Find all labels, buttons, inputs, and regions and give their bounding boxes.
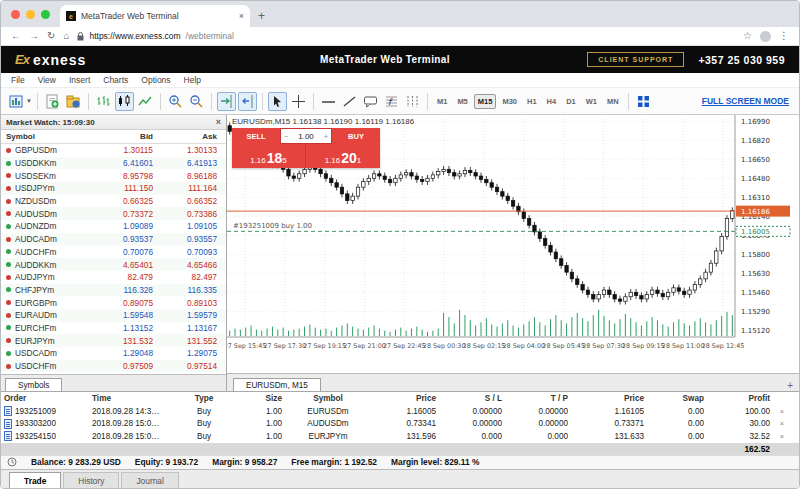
timeframe-h1[interactable]: H1 xyxy=(523,94,541,109)
new-tab-button[interactable]: + xyxy=(258,9,265,23)
market-watch-row-eurgbpm[interactable]: EURGBPm0.890750.89103 xyxy=(1,296,226,309)
minimize-window-icon[interactable] xyxy=(26,10,35,19)
market-watch-row-usdcadm[interactable]: USDCADm1.290481.29075 xyxy=(1,347,226,360)
tab-history[interactable]: History xyxy=(63,472,119,488)
volume-stepper[interactable]: − 1.00 + xyxy=(280,128,332,144)
market-watch-row-audnzdm[interactable]: AUDNZDm1.090891.09105 xyxy=(1,220,226,233)
menu-item-charts[interactable]: Charts xyxy=(103,75,128,85)
timeframe-m1[interactable]: M1 xyxy=(433,94,451,109)
cursor-icon[interactable] xyxy=(268,92,287,111)
market-watch-row-usdchfm[interactable]: USDCHFm0.975090.97514 xyxy=(1,360,226,373)
exness-logo[interactable]: Ex exness xyxy=(15,52,245,68)
timeframe-mn[interactable]: MN xyxy=(603,94,623,109)
bookmark-icon[interactable]: ☆ xyxy=(743,31,752,41)
chart-shift-icon[interactable] xyxy=(238,92,257,111)
tab-journal[interactable]: Journal xyxy=(121,472,178,488)
market-watch-row-gbpusdm[interactable]: GBPUSDm1.301151.30133 xyxy=(1,144,226,157)
tab-trade[interactable]: Trade xyxy=(9,472,61,488)
market-watch-row-eurchfm[interactable]: EURCHFm1.131521.13167 xyxy=(1,322,226,335)
orders-column-size[interactable]: Size xyxy=(233,394,285,403)
close-tab-icon[interactable]: × xyxy=(239,11,244,21)
timeframe-m15[interactable]: M15 xyxy=(474,94,497,109)
menu-item-insert[interactable]: Insert xyxy=(69,75,90,85)
market-watch-row-auddkkm[interactable]: AUDDKKm4.654014.65466 xyxy=(1,258,226,271)
bar-chart-mode-icon[interactable] xyxy=(94,92,113,111)
market-watch-row-audusdm[interactable]: AUDUSDm0.733720.73386 xyxy=(1,207,226,220)
trendline-icon[interactable] xyxy=(340,92,359,111)
market-watch-row-euraudm[interactable]: EURAUDm1.595481.59579 xyxy=(1,309,226,322)
orders-column-order[interactable]: Order xyxy=(1,394,89,403)
market-watch-row-audchfm[interactable]: AUDCHFm0.700760.70093 xyxy=(1,246,226,259)
close-position-icon[interactable]: × xyxy=(773,432,791,441)
menu-item-options[interactable]: Options xyxy=(141,75,170,85)
column-bid[interactable]: Bid xyxy=(97,132,161,141)
orders-column-time[interactable]: Time xyxy=(89,394,175,403)
timeframe-d1[interactable]: D1 xyxy=(562,94,580,109)
market-watch-close-icon[interactable]: × xyxy=(216,117,221,127)
tile-windows-icon[interactable] xyxy=(634,92,653,111)
home-icon[interactable]: ⌂ xyxy=(63,31,69,41)
maximize-window-icon[interactable] xyxy=(41,10,50,19)
market-watch-row-chfjpym[interactable]: CHFJPYm116.328116.335 xyxy=(1,284,226,297)
reload-icon[interactable]: ↻ xyxy=(47,31,55,41)
new-chart-icon[interactable] xyxy=(7,92,26,111)
order-row-193303200[interactable]: 1933032002018.09.28 15:0…Buy1.00AUDUSDm0… xyxy=(1,418,799,431)
column-ask[interactable]: Ask xyxy=(161,132,225,141)
new-order-icon[interactable] xyxy=(43,92,62,111)
chart-area[interactable]: EURUSDm,M15 1.16138 1.16190 1.16119 1.16… xyxy=(227,115,799,373)
orders-column-sl[interactable]: S / L xyxy=(439,394,505,403)
timeframe-h4[interactable]: H4 xyxy=(543,94,561,109)
close-position-icon[interactable]: × xyxy=(773,419,791,428)
market-watch-row-audjpym[interactable]: AUDJPYm82.47982.497 xyxy=(1,271,226,284)
market-watch-row-usdjpym[interactable]: USDJPYm111.150111.164 xyxy=(1,182,226,195)
zoom-in-icon[interactable] xyxy=(166,92,185,111)
line-chart-mode-icon[interactable] xyxy=(136,92,155,111)
orders-column-type[interactable]: Type xyxy=(175,394,233,403)
auto-scroll-icon[interactable] xyxy=(217,92,236,111)
symbols-tab[interactable]: Symbols xyxy=(5,378,62,391)
buy-button[interactable]: BUY xyxy=(332,128,380,144)
orders-column-profit[interactable]: Profit xyxy=(707,394,773,403)
orders-column-price[interactable]: Price xyxy=(371,394,439,403)
market-watch-row-usdsekm[interactable]: USDSEKm8.957988.96188 xyxy=(1,169,226,182)
history-center-icon[interactable] xyxy=(64,92,83,111)
menu-item-file[interactable]: File xyxy=(11,75,25,85)
back-icon[interactable]: ← xyxy=(11,31,21,41)
browser-menu-icon[interactable]: ⋮ xyxy=(779,31,789,41)
text-label-icon[interactable] xyxy=(361,92,380,111)
column-symbol[interactable]: Symbol xyxy=(1,132,97,141)
orders-column-price2[interactable]: Price xyxy=(571,394,647,403)
chart-tab-eurusd[interactable]: EURUSDm, M15 xyxy=(233,378,321,391)
timeframe-m30[interactable]: M30 xyxy=(498,94,521,109)
orders-column-swap[interactable]: Swap xyxy=(647,394,707,403)
market-watch-row-usddkkm[interactable]: USDDKKm6.416016.41913 xyxy=(1,157,226,170)
timeframe-w1[interactable]: W1 xyxy=(582,94,601,109)
close-position-icon[interactable]: × xyxy=(773,407,791,416)
crosshair-icon[interactable] xyxy=(289,92,308,111)
close-window-icon[interactable] xyxy=(11,10,20,19)
buy-price[interactable]: 1.16 20 1 xyxy=(306,144,380,168)
client-support-button[interactable]: CLIENT SUPPORT xyxy=(587,52,684,67)
new-chart-dropdown-icon[interactable]: ▼ xyxy=(26,98,32,104)
orders-column-sym[interactable]: Symbol xyxy=(285,394,371,403)
periods-grid-icon[interactable] xyxy=(403,92,422,111)
window-controls[interactable] xyxy=(9,1,60,27)
fibonacci-icon[interactable]: f xyxy=(382,92,401,111)
orders-column-tp[interactable]: T / P xyxy=(505,394,571,403)
order-row-193251009[interactable]: 1932510092018.09.28 14:3…Buy1.00EURUSDm1… xyxy=(1,405,799,418)
volume-decrease-icon[interactable]: − xyxy=(284,133,288,140)
zoom-out-icon[interactable] xyxy=(187,92,206,111)
sell-button[interactable]: SELL xyxy=(232,128,280,144)
market-watch-row-eurjpym[interactable]: EURJPYm131.532131.552 xyxy=(1,334,226,347)
volume-increase-icon[interactable]: + xyxy=(324,133,328,140)
horizontal-line-icon[interactable] xyxy=(319,92,338,111)
url-input[interactable]: https://www.exness.com/webterminal xyxy=(77,31,735,41)
volume-value[interactable]: 1.00 xyxy=(298,132,314,141)
menu-item-help[interactable]: Help xyxy=(184,75,201,85)
fullscreen-link[interactable]: FULL SCREEN MODE xyxy=(702,96,793,106)
market-watch-row-nzdusdm[interactable]: NZDUSDm0.663250.66352 xyxy=(1,195,226,208)
order-row-193254150[interactable]: 1932541502018.09.28 15:0…Buy1.00EURJPYm1… xyxy=(1,430,799,443)
sell-price[interactable]: 1.16 18 5 xyxy=(232,144,306,168)
timeframe-m5[interactable]: M5 xyxy=(453,94,471,109)
menu-item-view[interactable]: View xyxy=(38,75,56,85)
